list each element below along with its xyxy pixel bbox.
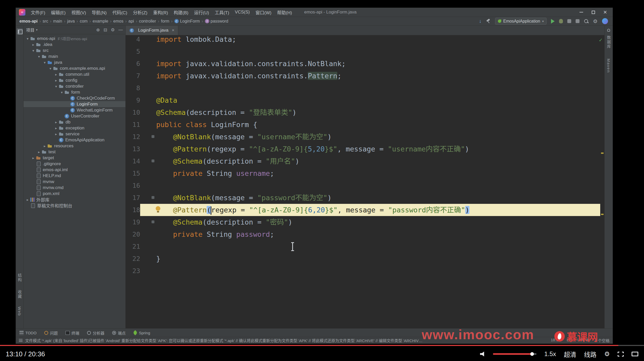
line-number[interactable]: 20 (126, 228, 140, 240)
tree-item[interactable]: CCheckQrCodeForm (24, 95, 125, 101)
menu-item[interactable]: 文件(F) (28, 8, 48, 17)
line-number[interactable]: 18 (126, 204, 140, 216)
route-button[interactable]: 线路 (584, 350, 596, 359)
theater-mode-icon[interactable] (632, 352, 638, 356)
tree-item[interactable]: ▸db (24, 119, 125, 125)
code-line[interactable]: 23 (126, 265, 600, 277)
code-line[interactable]: 11public class LoginForm { (126, 119, 600, 131)
speed-button[interactable]: 1.5x (544, 350, 556, 358)
line-number[interactable]: 4 (126, 35, 140, 45)
tree-item[interactable]: CWechatLoginForm (24, 107, 125, 113)
breadcrumb-item[interactable]: main (53, 19, 62, 24)
line-number[interactable]: 8 (126, 82, 140, 94)
line-number[interactable]: 14 (126, 155, 140, 167)
code-line[interactable]: 18 @Pattern(regexp = "^[a-zA-Z0-9]{6,20}… (126, 204, 600, 216)
close-button[interactable]: × (599, 8, 611, 17)
menu-item[interactable]: VCS(S) (232, 8, 253, 17)
tree-item[interactable]: ▸resources (24, 143, 125, 149)
code-line[interactable]: 16 (126, 179, 600, 192)
notifications-icon[interactable] (607, 29, 610, 32)
tree-item[interactable]: ▸外部库 (24, 197, 125, 203)
volume-icon[interactable] (480, 351, 485, 357)
fold-icon[interactable] (140, 216, 156, 228)
stripe-tool-button[interactable]: 数据库 (606, 36, 611, 49)
status-menu-icon[interactable] (19, 339, 23, 342)
tree-arrow-icon[interactable]: ▸ (54, 72, 59, 77)
run-config-select[interactable]: EmosApiApplication ▾ (495, 18, 547, 25)
debug-button[interactable] (559, 19, 563, 23)
code-line[interactable]: 20 private String password; (126, 228, 600, 240)
menu-item[interactable]: 工具(T) (212, 8, 232, 17)
line-number[interactable]: 12 (126, 131, 140, 143)
project-panel-title[interactable]: 项目 (26, 27, 34, 33)
tree-arrow-icon[interactable]: ▸ (54, 132, 59, 136)
menu-item[interactable]: 重构(R) (150, 8, 171, 17)
code-line[interactable]: 5 (126, 45, 600, 58)
tree-item[interactable]: emos-api.iml (24, 167, 125, 173)
breadcrumb-item[interactable]: emos-api (19, 19, 38, 24)
code-line[interactable]: 6import javax.validation.constraints.Not… (126, 58, 600, 70)
tree-arrow-icon[interactable]: ▾ (59, 90, 64, 94)
tree-item[interactable]: ▸common.util (24, 71, 125, 77)
breadcrumb-item[interactable]: form (161, 19, 169, 24)
code-line[interactable]: 4import lombok.Data; (126, 35, 600, 45)
breadcrumb-item[interactable]: controller (139, 19, 156, 24)
scrollbar-mark[interactable] (601, 152, 604, 154)
line-number[interactable]: 16 (126, 179, 140, 192)
code-line[interactable]: 13 @Pattern(regexp = "^[a-zA-Z0-9]{5,20}… (126, 143, 600, 155)
tree-arrow-icon[interactable]: ▾ (54, 84, 59, 88)
code-editor[interactable]: 4import lombok.Data;56import javax.valid… (126, 35, 604, 328)
player-settings-icon[interactable]: ⚙ (604, 350, 610, 358)
line-number[interactable]: 6 (126, 58, 140, 70)
code-line[interactable]: 15 private String username; (126, 167, 600, 179)
breadcrumb-item[interactable]: com (80, 19, 88, 24)
tree-item[interactable]: ▸.idea (24, 41, 125, 47)
build-hammer-icon[interactable] (486, 19, 491, 24)
tree-arrow-icon[interactable]: ▾ (48, 66, 53, 71)
tree-item[interactable]: CEmosApiApplication (24, 137, 125, 143)
line-number[interactable]: 10 (126, 106, 140, 119)
minimize-button[interactable] (575, 8, 587, 17)
volume-knob[interactable] (530, 352, 534, 356)
tree-arrow-icon[interactable]: ▾ (31, 48, 36, 53)
tree-item[interactable]: CLoginForm (24, 101, 125, 107)
video-progressbar[interactable] (0, 345, 644, 346)
fold-icon[interactable] (140, 192, 156, 204)
tree-item[interactable]: mvnw (24, 179, 125, 185)
toolwindow-button-spring[interactable]: Spring (133, 331, 150, 335)
collapse-all-icon[interactable]: ⊟ (104, 27, 107, 33)
code-line[interactable]: 8 (126, 82, 600, 94)
tree-arrow-icon[interactable]: ▸ (31, 43, 36, 47)
editor-tab-loginform[interactable]: C LoginForm.java × (126, 26, 178, 35)
tree-arrow-icon[interactable]: ▸ (42, 144, 47, 148)
stripe-tool-button[interactable]: 收藏 (17, 290, 22, 299)
tree-arrow-icon[interactable]: ▾ (37, 54, 41, 59)
code-line[interactable]: 22} (126, 253, 600, 265)
tree-item[interactable]: mvnw.cmd (24, 185, 125, 191)
tree-arrow-icon[interactable]: ▸ (54, 78, 59, 82)
line-number[interactable]: 5 (126, 45, 140, 58)
tree-item[interactable]: ▾com.example.emos.api (24, 65, 125, 71)
stripe-tool-button[interactable]: 结构 (17, 273, 22, 282)
fold-icon[interactable] (140, 131, 156, 143)
breadcrumb-item[interactable]: example (93, 19, 108, 24)
menu-item[interactable]: 构建(B) (171, 8, 191, 17)
tree-item[interactable]: ▾main (24, 53, 125, 59)
tree-arrow-icon[interactable]: ▸ (31, 156, 36, 160)
breadcrumb-item[interactable]: java (67, 19, 75, 24)
breadcrumb-item[interactable]: api (128, 19, 134, 24)
tree-arrow-icon[interactable]: ▸ (25, 198, 30, 202)
inspections-ok-icon[interactable]: ✓ (599, 37, 602, 43)
tree-arrow-icon[interactable]: ▸ (37, 150, 41, 154)
run-button[interactable] (551, 19, 555, 24)
stripe-tool-button[interactable]: Maven (606, 59, 611, 73)
menu-item[interactable]: 视图(V) (68, 8, 89, 17)
tree-item[interactable]: .gitignore (24, 161, 125, 167)
tree-item[interactable]: ▾controller (24, 83, 125, 89)
line-number[interactable]: 17 (126, 192, 140, 204)
breadcrumb-item[interactable]: src (43, 19, 48, 24)
code-line[interactable]: 12 @NotBlank(message = "username不能为空") (126, 131, 600, 143)
hide-panel-icon[interactable]: — (118, 27, 123, 33)
tree-item[interactable]: CUserController (24, 113, 125, 119)
line-number[interactable]: 15 (126, 167, 140, 179)
